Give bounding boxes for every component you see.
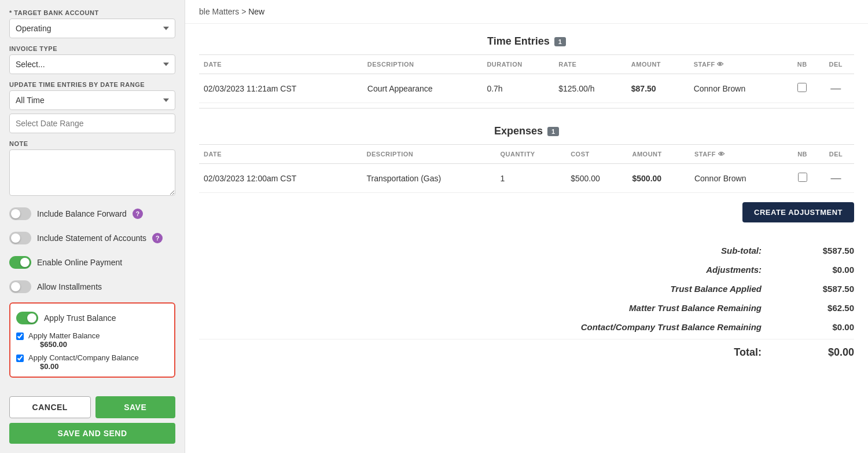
- te-duration: 0.7h: [482, 74, 554, 103]
- expenses-divider: [199, 108, 854, 109]
- exp-delete-icon[interactable]: —: [830, 172, 841, 184]
- sub-total-label: Sub-total:: [599, 246, 762, 255]
- update-time-select[interactable]: All Time: [9, 90, 175, 110]
- apply-contact-balance-row: Apply Contact/Company Balance $0.00: [16, 353, 168, 371]
- save-button[interactable]: SAVE: [95, 396, 176, 418]
- trust-balance-applied-value: $587.50: [808, 284, 854, 294]
- right-panel: ble Matters > New Time Entries 1 DATE DE…: [185, 0, 868, 453]
- installments-toggle[interactable]: [9, 280, 31, 293]
- adjustments-row: Adjustments: $0.00: [199, 260, 854, 279]
- col-date-te: DATE: [199, 55, 363, 74]
- invoice-type-label: INVOICE TYPE: [9, 45, 175, 52]
- toggle-statement-accounts: Include Statement of Accounts ?: [9, 229, 175, 247]
- table-row: 02/03/2023 11:21am CST Court Appearance …: [199, 74, 854, 103]
- breadcrumb-separator: >: [241, 7, 248, 16]
- te-rate: $125.00/h: [554, 74, 627, 103]
- adjustments-value: $0.00: [808, 265, 854, 275]
- adjustments-label: Adjustments:: [599, 265, 762, 275]
- toggle-balance-forward: Include Balance Forward ?: [9, 205, 175, 222]
- trust-balance-label: Apply Trust Balance: [44, 313, 116, 323]
- totals-section: Sub-total: $587.50 Adjustments: $0.00 Tr…: [185, 232, 868, 386]
- create-adjustment-button[interactable]: CREATE ADJUSTMENT: [742, 202, 854, 222]
- te-delete-icon[interactable]: —: [830, 82, 841, 94]
- exp-description: Transportation (Gas): [362, 164, 496, 193]
- toggle-online-payment: Enable Online Payment: [9, 254, 175, 271]
- contact-trust-remaining-value: $0.00: [808, 322, 854, 332]
- te-del[interactable]: —: [818, 74, 854, 103]
- target-bank-account-section: * TARGET BANK ACCOUNT Operating: [9, 9, 175, 38]
- te-nb-checkbox-cell: [787, 74, 818, 103]
- sub-total-row: Sub-total: $587.50: [199, 241, 854, 260]
- contact-trust-remaining-label: Contact/Company Trust Balance Remaining: [581, 322, 762, 332]
- expenses-header: Expenses 1: [185, 114, 868, 144]
- update-time-entries-section: UPDATE TIME ENTRIES BY DATE RANGE All Ti…: [9, 81, 175, 133]
- target-bank-select[interactable]: Operating: [9, 19, 175, 38]
- apply-contact-balance-checkbox[interactable]: [16, 355, 24, 362]
- balance-forward-label: Include Balance Forward: [37, 209, 127, 218]
- bottom-buttons: CANCEL SAVE SAVE AND SEND: [9, 396, 175, 444]
- sub-total-value: $587.50: [808, 246, 854, 255]
- exp-staff: Connor Brown: [690, 164, 787, 193]
- update-time-label: UPDATE TIME ENTRIES BY DATE RANGE: [9, 81, 175, 88]
- cancel-save-row: CANCEL SAVE: [9, 396, 175, 418]
- target-bank-label: * TARGET BANK ACCOUNT: [9, 9, 175, 16]
- col-staff-te: STAFF 👁: [689, 55, 787, 74]
- cancel-button[interactable]: CANCEL: [9, 396, 91, 418]
- time-entries-title: Time Entries: [487, 35, 550, 48]
- table-row: 02/03/2023 12:00am CST Transportation (G…: [199, 164, 854, 193]
- exp-nb-checkbox[interactable]: [798, 173, 807, 182]
- contact-balance-amount: $0.00: [40, 362, 139, 371]
- col-desc-te: DESCRIPTION: [363, 55, 483, 74]
- breadcrumb-current: New: [248, 7, 264, 16]
- exp-del[interactable]: —: [818, 164, 854, 193]
- time-entries-table-container: DATE DESCRIPTION DURATION RATE AMOUNT ST…: [185, 54, 868, 103]
- apply-matter-balance-checkbox[interactable]: [16, 333, 24, 340]
- apply-matter-balance-row: Apply Matter Balance $650.00: [16, 331, 168, 349]
- exp-cost: $500.00: [566, 164, 627, 193]
- te-date: 02/03/2023 11:21am CST: [199, 74, 363, 103]
- balance-forward-toggle[interactable]: [9, 207, 31, 220]
- left-panel: * TARGET BANK ACCOUNT Operating INVOICE …: [0, 0, 185, 453]
- exp-date: 02/03/2023 12:00am CST: [199, 164, 362, 193]
- col-qty-exp: QUANTITY: [495, 145, 566, 164]
- te-amount: $87.50: [627, 74, 689, 103]
- time-entries-badge: 1: [554, 37, 566, 46]
- note-section: NOTE: [9, 140, 175, 198]
- balance-forward-help-icon[interactable]: ?: [133, 209, 143, 219]
- apply-matter-balance-label: Apply Matter Balance: [28, 331, 100, 340]
- col-rate-te: RATE: [554, 55, 627, 74]
- total-divider: [199, 339, 854, 339]
- total-value: $0.00: [808, 346, 854, 359]
- note-textarea[interactable]: [9, 149, 175, 196]
- date-range-input[interactable]: [9, 114, 175, 133]
- statement-accounts-toggle[interactable]: [9, 232, 31, 244]
- breadcrumb-parent[interactable]: ble Matters: [199, 7, 239, 16]
- expenses-badge: 1: [547, 127, 559, 136]
- statement-accounts-help-icon[interactable]: ?: [152, 233, 163, 243]
- breadcrumb: ble Matters > New: [185, 0, 868, 24]
- online-payment-toggle[interactable]: [9, 256, 31, 269]
- online-payment-label: Enable Online Payment: [37, 258, 122, 267]
- contact-trust-remaining-row: Contact/Company Trust Balance Remaining …: [199, 317, 854, 337]
- col-nb-te: NB: [787, 55, 818, 74]
- matter-trust-remaining-row: Matter Trust Balance Remaining $62.50: [199, 298, 854, 317]
- te-nb-checkbox[interactable]: [797, 83, 807, 92]
- exp-quantity: 1: [495, 164, 566, 193]
- col-date-exp: DATE: [199, 145, 362, 164]
- col-duration-te: DURATION: [482, 55, 554, 74]
- save-and-send-button[interactable]: SAVE AND SEND: [9, 423, 175, 444]
- statement-accounts-label: Include Statement of Accounts: [37, 233, 146, 243]
- col-desc-exp: DESCRIPTION: [362, 145, 496, 164]
- trust-balance-toggle[interactable]: [16, 312, 38, 324]
- note-label: NOTE: [9, 140, 175, 147]
- expenses-table: DATE DESCRIPTION QUANTITY COST AMOUNT ST…: [199, 144, 854, 193]
- te-staff: Connor Brown: [689, 74, 787, 103]
- trust-balance-section: Apply Trust Balance Apply Matter Balance…: [9, 302, 175, 378]
- invoice-type-section: INVOICE TYPE Select...: [9, 45, 175, 74]
- invoice-type-select[interactable]: Select...: [9, 54, 175, 74]
- matter-trust-remaining-label: Matter Trust Balance Remaining: [599, 303, 762, 313]
- col-amount-te: AMOUNT: [627, 55, 689, 74]
- matter-trust-remaining-value: $62.50: [808, 303, 854, 313]
- trust-balance-toggle-row: Apply Trust Balance: [16, 309, 168, 327]
- time-entries-header: Time Entries 1: [185, 24, 868, 54]
